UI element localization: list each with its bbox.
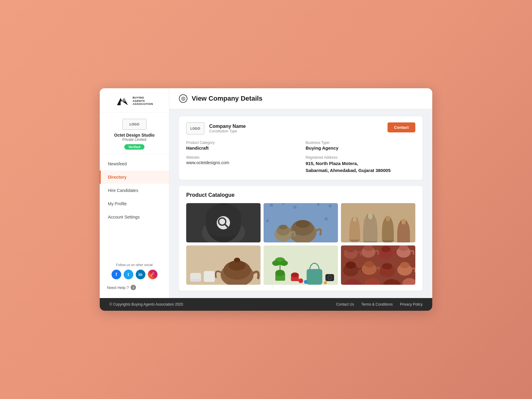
svg-point-13 — [293, 206, 296, 209]
svg-point-17 — [325, 217, 328, 220]
company-details-grid: Product Category: Handicraft Business Ty… — [186, 141, 415, 174]
back-button[interactable] — [179, 94, 187, 103]
svg-point-44 — [234, 258, 240, 262]
main-card: BUYING AGENTS ASSOCIATION LOGO Octet Des… — [100, 88, 432, 311]
company-logo-sm: LOGO — [186, 122, 204, 135]
logo-image: BUYING AGENTS ASSOCIATION — [116, 96, 153, 106]
svg-point-71 — [346, 261, 356, 268]
company-name-group: Company Name Constitution Type — [209, 124, 246, 133]
sidebar-item-newsfeed[interactable]: Newsfeed — [100, 157, 169, 170]
address-group: Registered Address: 915, North Plaza Mot… — [306, 155, 415, 174]
search-overlay-1 — [186, 203, 261, 242]
linkedin-icon[interactable]: in — [136, 270, 145, 279]
verified-badge: Verified — [124, 144, 145, 150]
footer-links: Contact Us Terms & Conditions Privacy Po… — [336, 302, 423, 307]
svg-point-23 — [279, 225, 287, 229]
social-label: Follow us on other social — [105, 263, 164, 267]
product-thumb-4[interactable] — [186, 245, 261, 285]
twitter-icon[interactable]: t — [124, 270, 133, 279]
sidebar-nav: Newsfeed Directory Hire Candidates My Pr… — [100, 155, 169, 259]
svg-rect-39 — [191, 279, 200, 281]
footer-privacy[interactable]: Privacy Policy — [400, 302, 423, 307]
company-profile-section: LOGO Octet Design Studio Private Limited… — [100, 113, 169, 155]
product-category-value: Handicraft — [186, 145, 296, 151]
business-type-value: Buying Agency — [306, 145, 415, 151]
social-section: Follow us on other social f t in ☄ — [100, 259, 169, 282]
svg-rect-36 — [401, 219, 406, 224]
address-label: Registered Address: — [306, 155, 415, 160]
footer: © Copyrights Buying Agents Association 2… — [100, 298, 432, 311]
company-header: LOGO Company Name Constitution Type Cont… — [186, 122, 415, 135]
sidebar-item-hire-candidates[interactable]: Hire Candidates — [100, 184, 169, 197]
main-body: LOGO Company Name Constitution Type Cont… — [169, 109, 432, 298]
svg-point-75 — [382, 263, 392, 270]
sidebar-company-type: Private Limited — [122, 138, 146, 142]
svg-rect-54 — [307, 269, 322, 285]
product-thumb-1[interactable] — [186, 203, 261, 242]
footer-terms[interactable]: Terms & Conditions — [361, 302, 393, 307]
svg-point-16 — [266, 220, 269, 222]
product-grid — [186, 203, 415, 285]
product-thumb-2[interactable] — [264, 203, 338, 242]
svg-rect-27 — [353, 217, 357, 222]
business-type-label: Business Type: — [306, 141, 415, 145]
sidebar-item-account-settings[interactable]: Account Settings — [100, 210, 169, 224]
svg-point-20 — [296, 220, 310, 228]
svg-point-67 — [381, 246, 391, 252]
sidebar-item-my-profile[interactable]: My Profile — [100, 197, 169, 210]
company-constitution: Constitution Type — [209, 129, 246, 133]
sidebar-company-logo: LOGO — [122, 119, 147, 130]
svg-point-11 — [270, 204, 273, 207]
website-group: Website: www.octetdesigns.com — [186, 155, 296, 174]
svg-point-77 — [400, 262, 410, 268]
need-help[interactable]: Need Help ? i — [100, 282, 169, 293]
svg-point-53 — [291, 273, 299, 277]
product-thumb-3[interactable] — [341, 203, 415, 242]
page-header: View Company Details — [169, 88, 432, 109]
main-content: View Company Details LOGO Company Name C… — [169, 88, 432, 298]
company-card: LOGO Company Name Constitution Type Cont… — [179, 116, 423, 180]
product-thumb-5[interactable] — [264, 245, 338, 285]
svg-point-63 — [346, 246, 355, 252]
website-value[interactable]: www.octetdesigns.com — [186, 160, 296, 165]
sidebar-item-directory[interactable]: Directory — [100, 170, 169, 184]
social-icons: f t in ☄ — [105, 270, 164, 279]
company-header-left: LOGO Company Name Constitution Type — [186, 122, 246, 135]
address-value: 915, North Plaza Motera, Sabarmati, Ahme… — [306, 160, 415, 174]
baa-logo-icon — [116, 96, 130, 106]
contact-button[interactable]: Contact — [388, 122, 415, 132]
svg-point-51 — [280, 260, 288, 266]
svg-point-59 — [304, 280, 308, 284]
svg-point-58 — [298, 278, 303, 283]
content-area: BUYING AGENTS ASSOCIATION LOGO Octet Des… — [100, 88, 432, 298]
footer-copyright: © Copyrights Buying Agents Association 2… — [109, 302, 183, 307]
website-label: Website: — [186, 155, 296, 160]
sidebar-logo-area: BUYING AGENTS ASSOCIATION — [100, 88, 169, 113]
svg-point-50 — [272, 260, 280, 266]
svg-line-9 — [225, 225, 229, 228]
need-help-label: Need Help ? — [107, 285, 129, 290]
instagram-icon[interactable]: ☄ — [148, 270, 157, 279]
svg-rect-30 — [368, 213, 373, 219]
svg-point-3 — [182, 97, 185, 100]
info-icon: i — [131, 285, 136, 290]
product-category-label: Product Category: — [186, 141, 296, 145]
product-category-group: Product Category: Handicraft — [186, 141, 296, 151]
svg-rect-40 — [204, 271, 215, 282]
facebook-icon[interactable]: f — [112, 270, 121, 279]
page-title: View Company Details — [192, 95, 262, 102]
business-type-group: Business Type: Buying Agency — [306, 141, 415, 151]
sidebar: BUYING AGENTS ASSOCIATION LOGO Octet Des… — [100, 88, 169, 298]
svg-point-47 — [275, 270, 285, 276]
footer-contact-us[interactable]: Contact Us — [336, 302, 354, 307]
svg-point-60 — [324, 281, 327, 284]
svg-rect-33 — [386, 216, 391, 221]
company-name-main: Company Name — [209, 124, 246, 129]
search-icon — [217, 216, 230, 229]
svg-point-15 — [329, 204, 332, 207]
product-thumb-6[interactable] — [341, 245, 415, 285]
logo-text: BUYING AGENTS ASSOCIATION — [133, 96, 153, 106]
svg-point-14 — [317, 203, 320, 206]
sidebar-company-name: Octet Design Studio — [114, 133, 155, 138]
catalogue-card: Product Catalogue — [179, 186, 423, 291]
